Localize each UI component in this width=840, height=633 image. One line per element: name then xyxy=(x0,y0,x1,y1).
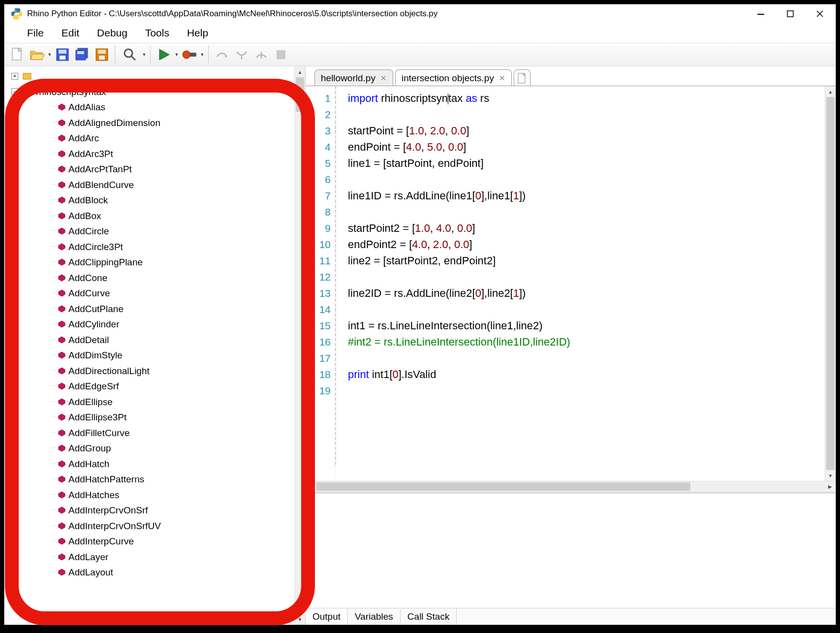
app-window: Rhino Python Editor - C:\Users\scottd\Ap… xyxy=(4,4,836,625)
method-icon xyxy=(58,305,65,313)
tree-item[interactable]: ⋯AddInterpCurve xyxy=(11,534,305,549)
svg-rect-17 xyxy=(277,50,285,59)
tree-item[interactable]: ⋯AddFilletCurve xyxy=(11,425,305,441)
svg-point-0 xyxy=(14,9,15,10)
maximize-button[interactable] xyxy=(776,4,805,23)
menu-file[interactable]: File xyxy=(18,24,53,42)
tree-item[interactable]: ⋯AddEdgeSrf xyxy=(11,379,305,394)
tree-item[interactable]: ⋯AddHatches xyxy=(11,487,305,503)
toolbar: ▼ ▼ ▼ ▼ xyxy=(4,43,836,66)
method-icon xyxy=(58,367,65,375)
tree-item[interactable]: ⋯AddHatchPatterns xyxy=(11,472,305,487)
tree-item[interactable]: ⋯AddArcPtTanPt xyxy=(11,161,305,177)
method-icon xyxy=(58,103,65,111)
tree-scrollbar[interactable]: ▲▼ xyxy=(294,66,305,625)
method-icon xyxy=(58,429,65,437)
tree-item[interactable]: ⋯AddAlignedDimension xyxy=(11,115,305,131)
tree-item[interactable]: ⋯AddArc3Pt xyxy=(11,146,305,162)
tree-item[interactable]: ⋯AddEllipse3Pt xyxy=(11,410,305,425)
minimize-button[interactable] xyxy=(746,4,776,23)
tree-item[interactable]: ⋯AddCircle3Pt xyxy=(11,239,305,255)
method-icon xyxy=(58,181,65,189)
module-icon xyxy=(22,71,32,81)
method-icon xyxy=(58,351,65,359)
expand-icon[interactable]: + xyxy=(11,73,18,80)
tree-item[interactable]: ⋯AddDirectionalLight xyxy=(11,363,305,379)
breakpoint-button[interactable] xyxy=(180,45,199,64)
bottom-tab[interactable]: Output xyxy=(306,608,348,625)
new-file-button[interactable] xyxy=(8,45,27,64)
editor-tab[interactable]: helloworld.py✕ xyxy=(314,69,393,86)
bottom-tab[interactable]: Variables xyxy=(348,609,401,625)
tree-item[interactable]: ⋯AddInterpCrvOnSrfUV xyxy=(11,518,305,534)
tree-item[interactable]: ⋯AddBlock xyxy=(11,192,305,208)
line-gutter: 12345678910111213141516171819 xyxy=(306,86,335,481)
python-icon xyxy=(10,7,23,20)
run-button[interactable] xyxy=(155,45,173,64)
menu-edit[interactable]: Edit xyxy=(53,24,88,42)
tree-item[interactable]: ⋯AddCurve xyxy=(11,285,305,301)
tree-item[interactable]: ⋯AddGroup xyxy=(11,441,305,456)
method-icon xyxy=(58,398,65,406)
close-button[interactable] xyxy=(805,4,835,23)
svg-rect-12 xyxy=(98,50,106,54)
tree-item[interactable]: ⋯AddCutPlane xyxy=(11,301,305,317)
tree-item[interactable]: ⋯AddDimStyle xyxy=(11,348,305,363)
collapse-icon[interactable]: − xyxy=(11,88,18,95)
svg-point-14 xyxy=(124,49,132,57)
step-over-button[interactable] xyxy=(213,45,231,64)
search-dropdown[interactable]: ▼ xyxy=(141,52,147,57)
step-out-button[interactable] xyxy=(252,45,271,64)
save-button[interactable] xyxy=(53,45,72,64)
menu-help[interactable]: Help xyxy=(178,24,217,42)
search-button[interactable] xyxy=(119,45,141,64)
save-as-button[interactable] xyxy=(93,45,111,64)
tree-item[interactable]: ⋯AddBox xyxy=(11,208,305,224)
method-icon xyxy=(58,134,65,142)
output-panel xyxy=(306,494,836,608)
method-icon xyxy=(58,274,65,282)
open-dropdown[interactable]: ▼ xyxy=(47,52,53,57)
python-icon xyxy=(22,86,33,97)
editor-vscroll[interactable]: ▲▼ xyxy=(825,86,836,481)
tree-item[interactable]: ⋯AddLayout xyxy=(11,565,305,580)
svg-rect-2 xyxy=(757,14,764,15)
code-editor[interactable]: import rhinoscriptsyntax as rs startPoin… xyxy=(335,86,825,481)
menu-tools[interactable]: Tools xyxy=(136,24,178,42)
method-icon xyxy=(58,491,65,499)
save-all-button[interactable] xyxy=(73,45,92,64)
tree-item[interactable]: ⋯AddInterpCrvOnSrf xyxy=(11,503,305,518)
step-into-button[interactable] xyxy=(232,45,251,64)
tree-item[interactable]: ⋯AddHatch xyxy=(11,456,305,472)
window-title: Rhino Python Editor - C:\Users\scottd\Ap… xyxy=(27,9,437,19)
stop-button[interactable] xyxy=(272,45,290,64)
close-icon[interactable]: ✕ xyxy=(499,74,505,83)
method-icon xyxy=(58,227,65,235)
tree-item[interactable]: ⋯AddCircle xyxy=(11,223,305,239)
tree-item[interactable]: ⋯AddCone xyxy=(11,270,305,286)
editor-tab[interactable]: intersection objects.py✕ xyxy=(395,69,512,86)
open-file-button[interactable] xyxy=(28,45,46,64)
tree-item[interactable]: ⋯AddCylinder xyxy=(11,316,305,332)
run-dropdown[interactable]: ▼ xyxy=(174,52,180,57)
tree-panel: +−rhinoscriptsyntax⋯AddAlias⋯AddAlignedD… xyxy=(4,66,306,625)
svg-point-15 xyxy=(183,51,190,59)
tree-item[interactable]: ⋯AddBlendCurve xyxy=(11,177,305,193)
tree-item[interactable]: ⋯AddEllipse xyxy=(11,394,305,410)
editor-hscroll[interactable]: ◀▶ xyxy=(306,481,836,492)
menu-debug[interactable]: Debug xyxy=(88,24,136,42)
tree-root-rhinoscript[interactable]: rhinoscriptsyntax xyxy=(36,84,106,100)
tree-item[interactable]: ⋯AddLayer xyxy=(11,549,305,565)
bottom-tab[interactable]: Call Stack xyxy=(401,609,457,625)
breakpoint-dropdown[interactable]: ▼ xyxy=(199,52,205,57)
tree-item[interactable]: ⋯AddArc xyxy=(11,130,305,146)
method-icon xyxy=(58,258,65,266)
close-icon[interactable]: ✕ xyxy=(380,74,387,83)
tree-item[interactable]: ⋯AddAlias xyxy=(11,99,305,115)
tree-item[interactable]: ⋯AddClippingPlane xyxy=(11,254,305,270)
tree-item[interactable]: ⋯AddDetail xyxy=(11,332,305,348)
method-icon xyxy=(58,460,65,468)
method-icon xyxy=(58,196,65,204)
svg-rect-3 xyxy=(787,11,793,17)
new-tab-button[interactable] xyxy=(514,69,530,86)
